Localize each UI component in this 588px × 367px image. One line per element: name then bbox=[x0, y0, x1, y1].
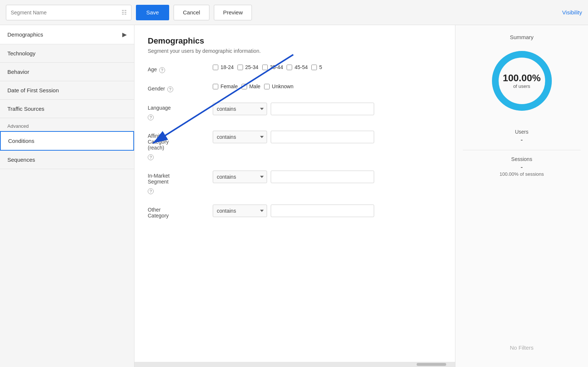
sessions-sub: 100.00% of sessions bbox=[463, 171, 581, 177]
age-45-54-checkbox[interactable] bbox=[287, 65, 292, 70]
affinity-label-wrap: AffinityCategory(reach) ? bbox=[148, 131, 207, 160]
sidebar-item-demographics[interactable]: Demographics ▶ bbox=[0, 25, 134, 44]
inmarket-help-icon[interactable]: ? bbox=[148, 188, 154, 194]
gender-unknown-checkbox[interactable] bbox=[264, 84, 270, 89]
affinity-help-icon[interactable]: ? bbox=[148, 154, 154, 160]
language-dropdown[interactable]: contains exactly matches starts with end… bbox=[213, 103, 267, 115]
donut-chart: 100.00% of users bbox=[489, 48, 555, 114]
age-25-34-checkbox[interactable] bbox=[237, 65, 243, 70]
gender-help-icon[interactable]: ? bbox=[167, 86, 173, 92]
sessions-value: - bbox=[463, 164, 581, 171]
segment-icon: ☷ bbox=[122, 9, 127, 16]
sessions-label: Sessions bbox=[463, 156, 581, 162]
sidebar-item-traffic-sources[interactable]: Traffic Sources bbox=[0, 100, 134, 118]
gender-unknown[interactable]: Unknown bbox=[264, 83, 293, 89]
segment-name-field[interactable]: ☷ bbox=[6, 5, 131, 20]
language-label: Language bbox=[148, 103, 207, 111]
inmarket-label-wrap: In-MarketSegment ? bbox=[148, 171, 207, 194]
summary-stats: Users - Sessions - 100.00% of sessions bbox=[463, 123, 581, 183]
page-subtitle: Segment your users by demographic inform… bbox=[148, 48, 442, 54]
age-help-icon[interactable]: ? bbox=[159, 67, 165, 73]
visibility-button[interactable]: Visibility bbox=[562, 9, 582, 16]
affinity-controls: contains exactly matches starts with end… bbox=[213, 131, 374, 143]
other-category-label: OtherCategory bbox=[148, 205, 207, 219]
page-title: Demographics bbox=[148, 36, 442, 46]
gender-male[interactable]: Male bbox=[242, 83, 260, 89]
age-35-44[interactable]: 35-44 bbox=[262, 64, 283, 70]
top-bar: ☷ Save Cancel Preview Visibility bbox=[0, 0, 588, 25]
age-35-44-checkbox[interactable] bbox=[262, 65, 268, 70]
gender-female[interactable]: Female bbox=[213, 83, 238, 89]
sidebar-item-date-of-first-session[interactable]: Date of First Session bbox=[0, 81, 134, 100]
affinity-input[interactable] bbox=[271, 131, 374, 143]
sidebar-item-label: Conditions bbox=[8, 138, 34, 144]
age-label: Age ? bbox=[148, 64, 207, 73]
summary-panel: Summary 100.00% of users Users - Session… bbox=[455, 25, 588, 367]
gender-row: Gender ? Female Male Unknown bbox=[148, 83, 442, 92]
other-controls: contains exactly matches starts with end… bbox=[213, 205, 374, 217]
advanced-label: Advanced bbox=[0, 118, 134, 131]
affinity-label: AffinityCategory(reach) bbox=[148, 131, 207, 151]
age-45-54[interactable]: 45-54 bbox=[287, 64, 308, 70]
age-18-24[interactable]: 18-24 bbox=[213, 64, 234, 70]
donut-of-users: of users bbox=[503, 83, 541, 89]
donut-center: 100.00% of users bbox=[503, 73, 541, 89]
language-label-wrap: Language ? bbox=[148, 103, 207, 120]
affinity-dropdown[interactable]: contains exactly matches starts with end… bbox=[213, 131, 267, 143]
age-25-34[interactable]: 25-34 bbox=[237, 64, 259, 70]
age-55plus[interactable]: 5 bbox=[311, 64, 322, 70]
preview-button[interactable]: Preview bbox=[214, 5, 252, 20]
other-category-input[interactable] bbox=[271, 205, 374, 217]
age-18-24-checkbox[interactable] bbox=[213, 65, 218, 70]
age-checkboxes: 18-24 25-34 35-44 45-54 bbox=[213, 64, 322, 70]
horizontal-scrollbar[interactable] bbox=[134, 362, 455, 367]
chevron-right-icon: ▶ bbox=[122, 31, 127, 38]
sidebar-item-label: Traffic Sources bbox=[7, 106, 44, 112]
inmarket-controls: contains exactly matches starts with end… bbox=[213, 171, 374, 183]
sessions-stat: Sessions - 100.00% of sessions bbox=[463, 150, 581, 183]
cancel-button[interactable]: Cancel bbox=[174, 5, 209, 20]
sidebar-item-technology[interactable]: Technology bbox=[0, 44, 134, 63]
users-stat: Users - bbox=[463, 123, 581, 150]
language-row: Language ? contains exactly matches star… bbox=[148, 103, 442, 120]
other-category-row: OtherCategory contains exactly matches s… bbox=[148, 205, 442, 219]
sidebar-item-label: Demographics bbox=[7, 31, 43, 38]
sidebar-item-behavior[interactable]: Behavior bbox=[0, 63, 134, 81]
summary-title: Summary bbox=[510, 34, 533, 40]
main-layout: Demographics ▶ Technology Behavior Date … bbox=[0, 25, 588, 367]
no-filters-label: No Filters bbox=[510, 344, 533, 358]
sidebar-item-label: Technology bbox=[7, 50, 35, 56]
sidebar-item-sequences[interactable]: Sequences bbox=[0, 151, 134, 169]
sidebar-item-label: Behavior bbox=[7, 69, 29, 75]
inmarket-row: In-MarketSegment ? contains exactly matc… bbox=[148, 171, 442, 194]
sidebar-item-conditions[interactable]: Conditions bbox=[0, 131, 134, 151]
language-help-icon[interactable]: ? bbox=[148, 114, 154, 120]
sidebar-item-label: Sequences bbox=[7, 157, 35, 163]
inmarket-label: In-MarketSegment bbox=[148, 171, 207, 185]
sidebar-item-label: Date of First Session bbox=[7, 87, 59, 93]
other-category-dropdown[interactable]: contains exactly matches starts with end… bbox=[213, 205, 267, 217]
gender-male-checkbox[interactable] bbox=[242, 84, 247, 89]
users-label: Users bbox=[463, 129, 581, 135]
language-input[interactable] bbox=[271, 103, 374, 115]
other-label-wrap: OtherCategory bbox=[148, 205, 207, 219]
inmarket-dropdown[interactable]: contains exactly matches starts with end… bbox=[213, 171, 267, 183]
age-row: Age ? 18-24 25-34 35-44 bbox=[148, 64, 442, 73]
age-55plus-checkbox[interactable] bbox=[311, 65, 317, 70]
save-button[interactable]: Save bbox=[136, 5, 169, 20]
scrollbar-thumb[interactable] bbox=[417, 363, 446, 366]
users-value: - bbox=[463, 136, 581, 144]
language-controls: contains exactly matches starts with end… bbox=[213, 103, 374, 115]
affinity-row: AffinityCategory(reach) ? contains exact… bbox=[148, 131, 442, 160]
gender-female-checkbox[interactable] bbox=[213, 84, 218, 89]
inmarket-input[interactable] bbox=[271, 171, 374, 183]
segment-name-input[interactable] bbox=[11, 10, 122, 16]
content-area: Demographics Segment your users by demog… bbox=[134, 25, 455, 362]
gender-checkboxes: Female Male Unknown bbox=[213, 83, 293, 89]
gender-label: Gender ? bbox=[148, 83, 207, 92]
donut-percent: 100.00% bbox=[503, 73, 541, 83]
sidebar: Demographics ▶ Technology Behavior Date … bbox=[0, 25, 134, 367]
